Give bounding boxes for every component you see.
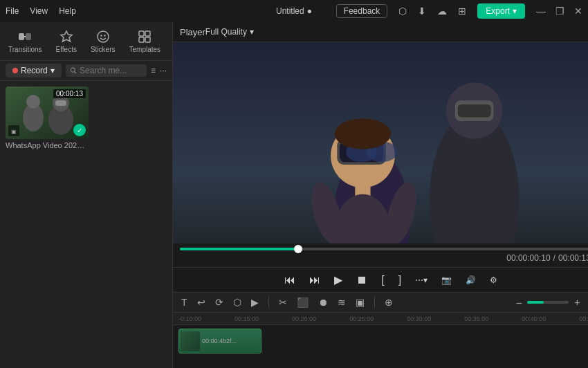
svg-rect-6: [139, 31, 144, 36]
play-button[interactable]: ▶: [331, 270, 345, 289]
tl-separator: [268, 297, 269, 308]
main-toolbar: Transitions Effects: [0, 22, 172, 61]
title-text: Untitled: [276, 6, 304, 16]
save-icon[interactable]: ⬇: [418, 6, 426, 17]
media-check-icon: ✓: [73, 124, 86, 136]
export-label: Export: [486, 6, 510, 16]
settings-button[interactable]: ⚙: [487, 273, 500, 288]
record-dot: [12, 68, 18, 73]
media-grid: 00:00:13 ✓ ▣ WhatsApp Video 2023-10-05..…: [0, 81, 172, 368]
tl-undo-button[interactable]: ↩: [194, 295, 208, 309]
tl-separator2: [374, 297, 375, 308]
menu-file[interactable]: File: [6, 6, 19, 16]
search-input[interactable]: [80, 66, 143, 75]
zoom-slider[interactable]: [527, 301, 569, 304]
svg-line-11: [74, 72, 75, 73]
tl-redo-button[interactable]: ⟳: [212, 295, 226, 309]
stop-button[interactable]: ⏹: [353, 271, 370, 289]
svg-rect-18: [55, 100, 66, 106]
feedback-button[interactable]: Feedback: [336, 4, 388, 18]
tl-delete-button[interactable]: ⬛: [294, 295, 311, 309]
toolbar-templates[interactable]: Templates: [124, 26, 167, 56]
zoom-in-button[interactable]: +: [571, 295, 582, 309]
tl-record-button[interactable]: ⏺: [315, 295, 331, 309]
tl-composite-button[interactable]: ▣: [353, 295, 367, 309]
svg-point-10: [71, 68, 75, 72]
titlebar-controls: Feedback ⬡ ⬇ ☁ ⊞ Export ▾ — ❐ ✕: [336, 3, 582, 19]
grid-icon[interactable]: ⊞: [458, 6, 466, 17]
share-icon[interactable]: ⬡: [398, 6, 407, 17]
toolbar-effects[interactable]: Effects: [50, 26, 82, 56]
tl-more-button[interactable]: ≋: [335, 295, 349, 309]
ruler-mark-6: 00:35:00: [464, 315, 488, 322]
search-bar[interactable]: [66, 64, 147, 77]
more-icon[interactable]: ···: [160, 66, 167, 75]
transitions-icon: [17, 29, 33, 44]
minimize-button[interactable]: —: [536, 6, 546, 17]
filter-icon[interactable]: ≡: [151, 66, 156, 75]
out-point-button[interactable]: ]: [396, 271, 404, 289]
media-type-icon: ▣: [8, 125, 19, 136]
scrubber-track[interactable]: [180, 248, 588, 250]
snapshot-button[interactable]: 📷: [439, 273, 454, 288]
media-name: WhatsApp Video 2023-10-05...: [6, 141, 89, 149]
time-display: 00:00:00:10 / 00:00:13:20: [180, 253, 588, 263]
svg-marker-2: [61, 31, 72, 42]
close-button[interactable]: ✕: [574, 6, 582, 17]
ruler-mark-4: 00:25:00: [349, 315, 374, 322]
templates-label: Templates: [129, 46, 161, 53]
media-duration: 00:00:13: [53, 89, 86, 98]
window-controls: — ❐ ✕: [536, 6, 582, 17]
quality-select[interactable]: Full Quality ▾: [205, 27, 254, 37]
ruler-mark-2: 00:15:00: [235, 315, 259, 322]
svg-point-5: [104, 35, 105, 36]
tl-sticker-button[interactable]: ⬡: [230, 295, 244, 309]
quality-arrow: ▾: [250, 27, 254, 37]
export-button[interactable]: Export ▾: [477, 3, 525, 19]
media-thumbnail: 00:00:13 ✓ ▣: [6, 86, 89, 139]
svg-point-15: [26, 95, 40, 109]
ruler-mark-7: 00:40:00: [522, 315, 546, 322]
video-track-row: 00:00:4b2f...: [173, 325, 588, 356]
record-button[interactable]: Record ▾: [6, 64, 62, 77]
menu-help[interactable]: Help: [59, 6, 76, 16]
toolbar-stickers[interactable]: Stickers: [85, 26, 121, 56]
svg-rect-8: [139, 37, 144, 42]
time-current: 00:00:00:10: [506, 253, 550, 263]
main-area: Transitions Effects: [0, 22, 588, 368]
tl-text-button[interactable]: T: [178, 295, 190, 309]
export-arrow: ▾: [513, 6, 517, 16]
zoom-out-button[interactable]: –: [513, 295, 524, 309]
skip-back-button[interactable]: ⏭: [306, 271, 323, 289]
time-separator: /: [553, 253, 555, 263]
titlebar-title: Untitled ●: [276, 6, 312, 16]
tl-split-button[interactable]: ✂: [276, 295, 290, 309]
ruler-mark-3: 00:20:00: [292, 315, 316, 322]
menu-view[interactable]: View: [30, 6, 48, 16]
in-point-button[interactable]: [: [378, 271, 387, 289]
toolbar-transitions[interactable]: Transitions: [3, 26, 48, 56]
media-item[interactable]: 00:00:13 ✓ ▣ WhatsApp Video 2023-10-05..…: [6, 86, 89, 149]
volume-button[interactable]: 🔊: [463, 273, 479, 288]
restore-button[interactable]: ❐: [555, 6, 564, 17]
titlebar-left: File View Help: [6, 6, 76, 16]
timeline-track-area: -0:10:00 00:15:00 00:20:00 00:25:00 00:3…: [173, 313, 588, 368]
video-clip[interactable]: 00:00:4b2f...: [178, 329, 261, 353]
search-icon: [70, 66, 77, 75]
svg-text:▣: ▣: [11, 129, 17, 134]
stickers-label: Stickers: [91, 46, 116, 53]
tl-add-button[interactable]: ⊕: [382, 295, 396, 309]
time-total: 00:00:13:20: [558, 253, 588, 263]
ruler-mark-8: 00:45:00: [579, 315, 588, 322]
scrubber-thumb[interactable]: [294, 245, 302, 253]
prev-frame-button[interactable]: ⏮: [282, 271, 298, 289]
scrubber-fill: [180, 248, 298, 250]
more-button[interactable]: ⋯▾: [412, 273, 430, 288]
svg-rect-9: [145, 37, 150, 42]
clip-label: 00:00:4b2f...: [202, 338, 237, 344]
time-ruler: -0:10:00 00:15:00 00:20:00 00:25:00 00:3…: [173, 313, 588, 325]
timeline-content: -0:10:00 00:15:00 00:20:00 00:25:00 00:3…: [173, 313, 588, 368]
tl-play-button[interactable]: ▶: [248, 295, 261, 309]
zoom-control: – +: [513, 295, 582, 309]
cloud-icon[interactable]: ☁: [437, 6, 447, 17]
